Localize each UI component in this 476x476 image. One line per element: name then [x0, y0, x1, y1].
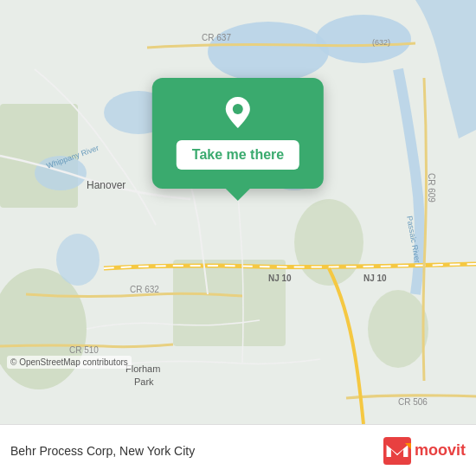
svg-point-2 — [316, 15, 411, 63]
svg-text:Hanover: Hanover — [87, 179, 125, 191]
moovit-icon — [383, 437, 411, 465]
map-container: CR 637 CR 609 CR 632 CR 510 CR 506 NJ 10… — [0, 0, 476, 424]
svg-point-7 — [368, 290, 428, 368]
svg-text:CR 609: CR 609 — [427, 173, 436, 203]
svg-text:NJ 10: NJ 10 — [268, 273, 292, 283]
map-attribution: © OpenStreetMap contributors — [7, 356, 132, 369]
take-me-there-button[interactable]: Take me there — [177, 140, 299, 170]
svg-point-26 — [233, 104, 243, 114]
location-pin-icon — [219, 93, 257, 132]
bottom-bar: Behr Process Corp, New York City moovit — [0, 424, 476, 476]
svg-text:(632): (632) — [372, 38, 390, 47]
svg-text:CR 632: CR 632 — [130, 285, 159, 294]
svg-point-10 — [56, 234, 100, 286]
moovit-logo[interactable]: moovit — [383, 437, 466, 465]
svg-text:CR 506: CR 506 — [398, 397, 428, 407]
svg-text:CR 637: CR 637 — [202, 33, 231, 42]
svg-point-1 — [208, 22, 329, 82]
svg-text:NJ 10: NJ 10 — [363, 273, 387, 283]
svg-point-6 — [294, 199, 363, 286]
svg-text:CR 510: CR 510 — [69, 345, 99, 355]
moovit-label: moovit — [415, 441, 466, 460]
svg-rect-5 — [173, 260, 286, 346]
location-label: Behr Process Corp, New York City — [10, 444, 195, 458]
svg-text:Park: Park — [134, 376, 154, 387]
popup-card: Take me there — [152, 78, 324, 189]
